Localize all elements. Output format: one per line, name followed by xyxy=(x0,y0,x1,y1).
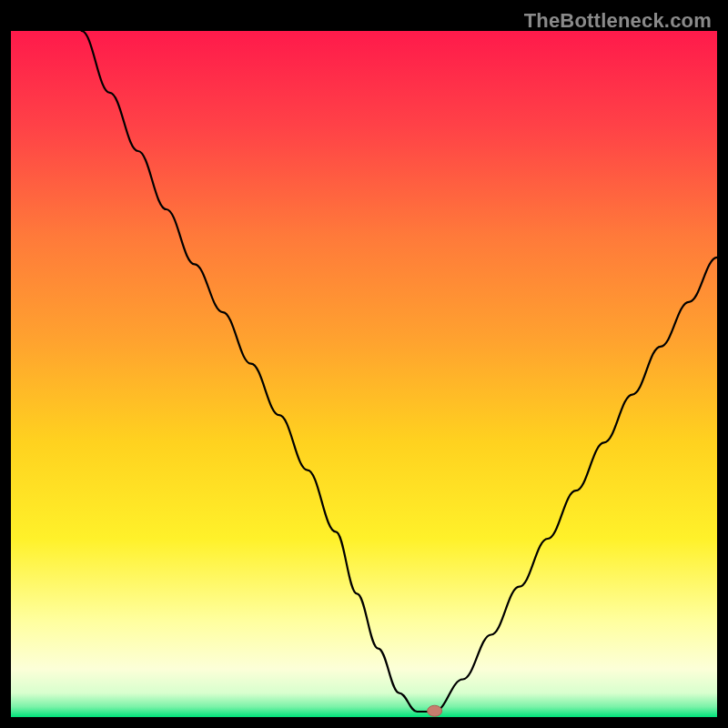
bottleneck-chart xyxy=(11,31,717,717)
watermark-text: TheBottleneck.com xyxy=(524,9,712,33)
gradient-background xyxy=(11,31,717,717)
optimum-marker xyxy=(428,705,442,716)
chart-frame: TheBottleneck.com xyxy=(11,11,717,717)
plot-area xyxy=(11,31,717,717)
